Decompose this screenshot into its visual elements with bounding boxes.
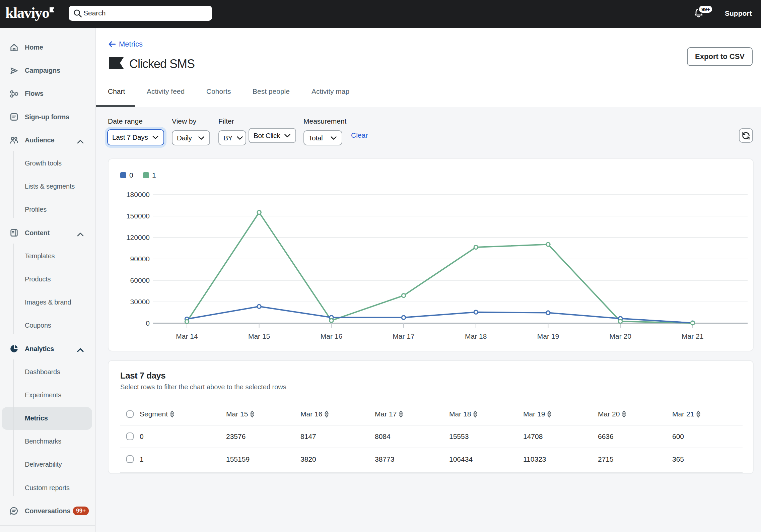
svg-text:90000: 90000: [130, 255, 150, 263]
svg-text:1: 1: [152, 171, 156, 179]
svg-text:Mar 16: Mar 16: [321, 332, 342, 340]
svg-text:Mar 18: Mar 18: [465, 332, 487, 340]
svg-text:120000: 120000: [126, 234, 150, 241]
svg-text:150000: 150000: [126, 212, 150, 220]
svg-text:Mar 21: Mar 21: [682, 332, 703, 340]
svg-text:0: 0: [146, 319, 150, 327]
svg-text:180000: 180000: [126, 191, 150, 198]
svg-text:Mar 14: Mar 14: [176, 332, 198, 340]
svg-text:Mar 17: Mar 17: [393, 332, 414, 340]
svg-text:30000: 30000: [130, 298, 150, 306]
svg-text:60000: 60000: [130, 276, 150, 284]
svg-text:Mar 19: Mar 19: [537, 332, 559, 340]
svg-text:Mar 15: Mar 15: [248, 332, 270, 340]
svg-text:Mar 20: Mar 20: [610, 332, 631, 340]
svg-text:0: 0: [129, 171, 133, 179]
